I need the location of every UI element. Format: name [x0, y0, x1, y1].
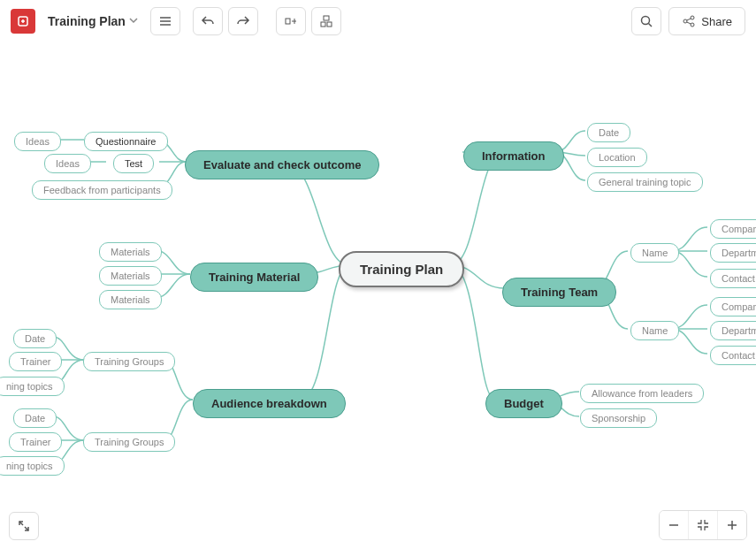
node-label: Training Groups: [95, 437, 164, 447]
layout-button-1[interactable]: [276, 7, 306, 35]
node-root[interactable]: Training Plan: [339, 251, 464, 287]
node-label: Questionnaire: [95, 136, 157, 147]
document-title[interactable]: Training Plan: [42, 11, 143, 32]
node-label: ning topics: [6, 461, 53, 471]
node-label: Trainer: [20, 437, 50, 447]
chevron-down-icon: [129, 16, 138, 27]
node-label: Audience breakdown: [211, 397, 327, 410]
node-label: Name: [642, 248, 668, 258]
toolbar-right: Share: [631, 7, 745, 35]
node-tg1[interactable]: Training Groups: [83, 352, 175, 371]
redo-icon: [236, 14, 250, 28]
node-label: Materials: [111, 294, 150, 305]
node-label: Feedback from participants: [43, 185, 161, 195]
share-icon: [682, 14, 696, 28]
fit-button[interactable]: [688, 511, 717, 539]
node-label: Materials: [111, 271, 150, 281]
node-label: General training topic: [599, 177, 691, 187]
node-label: Date: [25, 413, 45, 423]
node-label: Evaluate and check outcome: [203, 158, 361, 172]
node-information[interactable]: Information: [463, 141, 564, 171]
node-label: Materials: [111, 247, 150, 257]
node-topics1[interactable]: ning topics: [0, 377, 65, 396]
node-materials3[interactable]: Materials: [99, 290, 162, 309]
node-budget[interactable]: Budget: [485, 389, 562, 418]
svg-rect-1: [286, 19, 290, 24]
node-label: Trainer: [20, 356, 50, 367]
node-label: Ideas: [26, 136, 50, 147]
svg-rect-2: [324, 16, 329, 20]
layout-button-2[interactable]: [311, 7, 341, 35]
node-label: Name: [642, 325, 668, 336]
node-date1[interactable]: Date: [13, 329, 57, 348]
node-allowance[interactable]: Allowance from leaders: [580, 384, 704, 403]
node-topics2[interactable]: ning topics: [0, 456, 65, 476]
node-date2[interactable]: Date: [13, 408, 57, 428]
node-company2[interactable]: Company: [710, 297, 756, 316]
node-label: Training Groups: [95, 356, 164, 367]
svg-point-5: [642, 17, 650, 25]
node-info-topic[interactable]: General training topic: [587, 172, 703, 192]
zoom-in-button[interactable]: [717, 511, 746, 539]
svg-point-6: [683, 19, 687, 23]
node-team[interactable]: Training Team: [502, 278, 616, 307]
logo-icon: [16, 14, 30, 28]
zoom-controls: [659, 510, 747, 540]
node-root-label: Training Plan: [360, 262, 443, 277]
node-contact1[interactable]: Contact inf: [710, 269, 756, 288]
node-contact2[interactable]: Contact inf: [710, 346, 756, 365]
node-trainer2[interactable]: Trainer: [9, 432, 62, 452]
node-evaluate[interactable]: Evaluate and check outcome: [185, 150, 379, 179]
node-feedback[interactable]: Feedback from participants: [32, 180, 172, 200]
node-questionnaire[interactable]: Questionnaire: [84, 132, 168, 151]
fullscreen-button[interactable]: [9, 512, 39, 540]
document-title-text: Training Plan: [48, 14, 126, 28]
search-button[interactable]: [631, 7, 661, 35]
node-sponsor[interactable]: Sponsorship: [580, 408, 657, 428]
minus-icon: [667, 518, 681, 532]
node-name1[interactable]: Name: [630, 243, 679, 263]
node-label: ning topics: [6, 381, 53, 392]
zoom-out-button[interactable]: [660, 511, 688, 539]
node-ideas1[interactable]: Ideas: [14, 132, 61, 151]
share-button[interactable]: Share: [668, 7, 745, 35]
node-label: Test: [125, 158, 142, 169]
undo-icon: [201, 14, 215, 28]
node-dept1[interactable]: Departmen: [710, 243, 756, 263]
toolbar: Training Plan Share: [0, 0, 756, 42]
app-logo[interactable]: [11, 9, 35, 34]
redo-button[interactable]: [228, 7, 258, 35]
node-materials1[interactable]: Materials: [99, 242, 162, 262]
mindmap-canvas[interactable]: Training Plan Evaluate and check outcome…: [0, 0, 756, 549]
node-ideas2[interactable]: Ideas: [44, 154, 91, 173]
svg-rect-3: [321, 22, 325, 27]
node-company1[interactable]: Company: [710, 219, 756, 239]
node-materials2[interactable]: Materials: [99, 266, 162, 286]
node-label: Information: [482, 149, 546, 163]
node-label: Company: [722, 224, 756, 234]
node-label: Ideas: [56, 158, 80, 169]
history-group: [187, 7, 263, 35]
plus-icon: [725, 518, 739, 532]
node-audience[interactable]: Audience breakdown: [193, 389, 346, 418]
node-label: Budget: [504, 397, 544, 410]
node-trainer1[interactable]: Trainer: [9, 352, 62, 371]
node-info-date[interactable]: Date: [587, 123, 630, 142]
node-tg2[interactable]: Training Groups: [83, 432, 175, 452]
node-label: Contact inf: [722, 273, 756, 284]
node-info-location[interactable]: Location: [587, 148, 647, 167]
expand-icon: [17, 519, 31, 533]
node-test[interactable]: Test: [113, 154, 154, 173]
search-icon: [639, 14, 653, 28]
node-label: Training Material: [209, 271, 300, 284]
node-dept2[interactable]: Departmen: [710, 321, 756, 340]
node-material[interactable]: Training Material: [190, 263, 318, 292]
menu-button[interactable]: [150, 7, 180, 35]
undo-button[interactable]: [193, 7, 223, 35]
node-label: Departmen: [722, 325, 756, 336]
node-label: Contact inf: [722, 350, 756, 361]
node-label: Location: [599, 152, 636, 163]
layout-icon-1: [284, 14, 298, 28]
node-name2[interactable]: Name: [630, 321, 679, 340]
layout-icon-2: [319, 14, 333, 28]
